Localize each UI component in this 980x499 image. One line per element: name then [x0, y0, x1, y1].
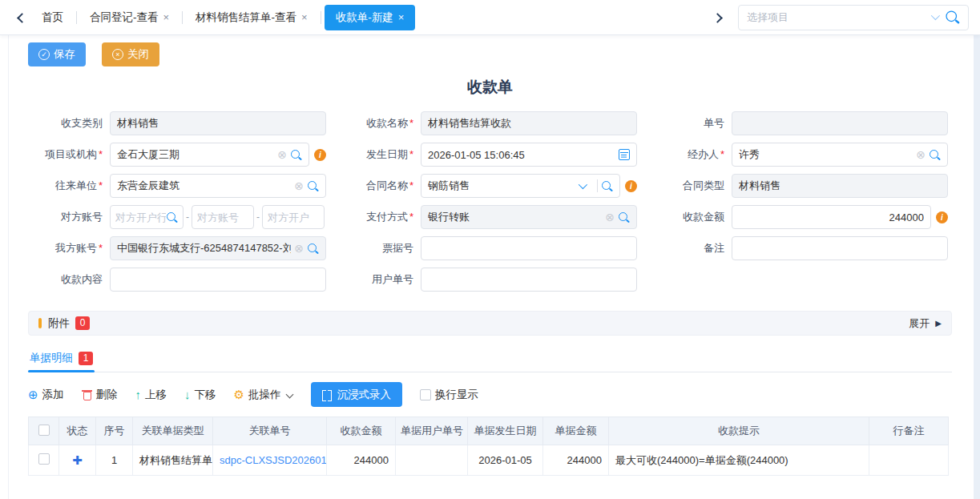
expand-toggle[interactable]: 展开 ▶: [909, 316, 942, 331]
tab-close-icon[interactable]: ×: [163, 11, 170, 23]
wrap-display-label: 换行显示: [435, 388, 478, 402]
remark-input[interactable]: [739, 237, 941, 260]
tab-receipt-new-label: 收款单-新建: [336, 11, 393, 23]
field-doc-no: 单号: [648, 111, 948, 135]
other-open-input[interactable]: [268, 211, 319, 223]
category-input[interactable]: [117, 112, 319, 135]
wrap-checkbox[interactable]: [420, 389, 431, 400]
move-down-button[interactable]: ↓ 下移: [184, 388, 216, 402]
move-down-label: 下移: [195, 388, 216, 402]
other-account-no-input[interactable]: [197, 211, 248, 223]
contract-input[interactable]: [428, 175, 572, 197]
clear-icon[interactable]: ⊗: [294, 180, 304, 191]
tab-contract-view-label: 合同登记-查看: [90, 11, 159, 23]
detail-table: 状态序号关联单据类型关联单号收款金额单据用户单号单据发生日期单据金额收款提示行备…: [28, 417, 949, 476]
chevron-down-icon[interactable]: [579, 183, 586, 190]
save-button[interactable]: ✓ 保存: [28, 42, 86, 66]
check-circle-icon: ✓: [38, 49, 50, 60]
content-input[interactable]: [117, 268, 319, 291]
field-amount: 收款金额 i: [648, 205, 948, 229]
vertical-scrollbar[interactable]: [974, 35, 980, 499]
delete-row-button[interactable]: 删除: [82, 388, 118, 402]
cell-amount: 244000: [327, 445, 396, 476]
search-icon[interactable]: [945, 10, 960, 25]
related-doc-link[interactable]: sdpc-CLXSJSD20260105: [220, 454, 327, 466]
user-no-input[interactable]: [428, 268, 630, 291]
search-icon[interactable]: [601, 180, 613, 192]
grid-toolbar: ⊕ 添加 删除 ↑ 上移 ↓ 下移 ⚙ 批操作 沉浸式录入 换行显示: [0, 372, 980, 417]
add-row-button[interactable]: ⊕ 添加: [28, 388, 64, 402]
wrap-display-toggle[interactable]: 换行显示: [420, 388, 478, 402]
field-partner-label: 往来单位*: [26, 179, 110, 193]
batch-operation-dropdown[interactable]: ⚙ 批操作: [234, 388, 293, 402]
attachment-bar[interactable]: 附件 0 展开 ▶: [28, 311, 952, 336]
field-remark-label: 备注: [648, 241, 732, 256]
calendar-icon[interactable]: [619, 149, 630, 160]
receipt-form: 收支类别 收款名称* 单号 项目或机构* ⊗ i 发生日期* 经办人* ⊗: [0, 111, 980, 292]
handler-input[interactable]: [739, 143, 913, 166]
tab-settlement-view[interactable]: 材料销售结算单-查看×: [186, 5, 317, 30]
add-row-label: 添加: [42, 388, 64, 402]
info-icon[interactable]: i: [314, 149, 326, 161]
doc-no-input[interactable]: [739, 112, 941, 135]
field-content: 收款内容: [26, 268, 326, 292]
move-up-button[interactable]: ↑ 上移: [135, 388, 167, 402]
field-contract-label: 合同名称*: [337, 179, 421, 193]
project-input[interactable]: [117, 143, 274, 166]
project-select[interactable]: 选择项目: [738, 5, 969, 30]
clear-icon[interactable]: ⊗: [605, 211, 615, 223]
tabs-scroll-left-icon[interactable]: [13, 10, 29, 26]
partner-input[interactable]: [117, 175, 291, 197]
row-status-plus-icon[interactable]: ✚: [72, 453, 83, 467]
tab-detail-list[interactable]: 单据明细 1: [28, 348, 95, 372]
cell-seq: 1: [96, 445, 133, 476]
chevron-down-icon[interactable]: [931, 14, 938, 21]
table-row[interactable]: ✚1材料销售结算单sdpc-CLXSJSD202601052440002026-…: [29, 445, 949, 476]
tab-detail-list-label: 单据明细: [30, 351, 73, 365]
tab-close-icon[interactable]: ×: [398, 11, 405, 23]
row-checkbox[interactable]: [38, 453, 50, 465]
tab-close-icon[interactable]: ×: [301, 11, 308, 23]
clear-icon[interactable]: ⊗: [277, 149, 287, 160]
column-header-seq: 序号: [96, 417, 133, 445]
column-header-doc_date: 单据发生日期: [468, 417, 543, 445]
fullscreen-icon: [322, 390, 332, 400]
field-remark: 备注: [648, 236, 948, 260]
cell-hint: 最大可收(244000)=单据金额(244000): [609, 445, 869, 476]
date-input[interactable]: [428, 143, 615, 166]
cell-user_no: [396, 445, 468, 476]
search-icon[interactable]: [618, 211, 630, 223]
info-icon[interactable]: i: [625, 180, 637, 192]
info-icon[interactable]: i: [936, 211, 948, 223]
search-icon[interactable]: [929, 149, 941, 161]
active-tab-underline: [28, 370, 95, 372]
field-project: 项目或机构* ⊗ i: [26, 143, 326, 167]
immersive-entry-button[interactable]: 沉浸式录入: [311, 382, 403, 407]
cell-doc_no: sdpc-CLXSJSD20260105: [213, 445, 327, 476]
column-header-amount: 收款金额: [327, 417, 396, 445]
tabs-scroll-right-icon[interactable]: [711, 10, 727, 26]
dash-separator: -: [186, 211, 189, 223]
field-category-label: 收支类别: [26, 116, 110, 131]
clear-icon[interactable]: ⊗: [916, 149, 926, 160]
tab-home[interactable]: 首页: [32, 5, 73, 30]
contract-type-input[interactable]: [739, 175, 941, 197]
clear-icon[interactable]: ⊗: [294, 243, 304, 254]
amount-input[interactable]: [739, 206, 924, 228]
tab-receipt-new[interactable]: 收款单-新建×: [325, 5, 416, 30]
pay-method-input[interactable]: [428, 206, 602, 228]
search-icon[interactable]: [307, 180, 319, 192]
search-icon[interactable]: [166, 211, 178, 223]
tab-contract-view[interactable]: 合同登记-查看×: [80, 5, 179, 30]
other-bank-input[interactable]: [115, 211, 166, 223]
our-account-input[interactable]: [117, 237, 291, 260]
close-button[interactable]: × 关闭: [102, 42, 159, 66]
receipt-name-input[interactable]: [428, 112, 630, 135]
delete-row-label: 删除: [96, 388, 118, 402]
field-other-account-label: 对方账号: [26, 210, 110, 224]
search-icon[interactable]: [290, 149, 302, 161]
search-icon[interactable]: [307, 243, 319, 255]
select-all-checkbox[interactable]: [38, 425, 50, 436]
bill-no-input[interactable]: [428, 237, 630, 260]
field-handler: 经办人* ⊗: [648, 143, 948, 167]
